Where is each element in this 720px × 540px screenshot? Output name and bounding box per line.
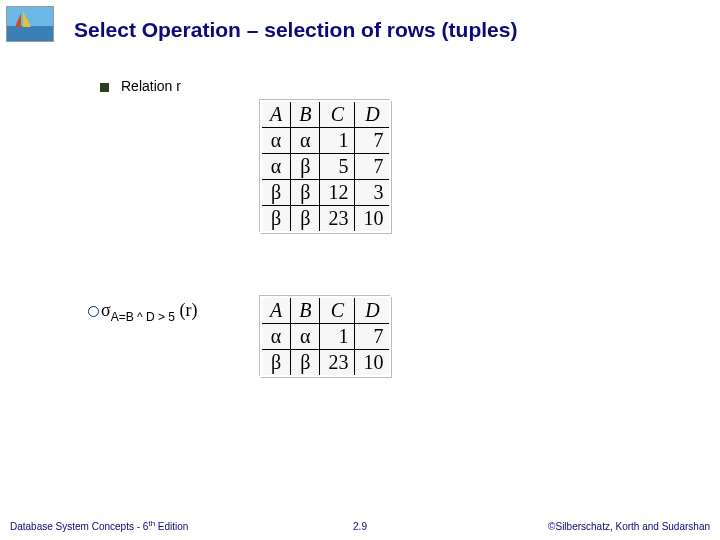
result-table: A B C D α α 1 7 β β 23 10 <box>262 298 389 375</box>
bullet-relation-r: Relation r <box>100 78 181 94</box>
bullet-label: Relation r <box>121 78 181 94</box>
selection-arg: (r) <box>180 300 198 320</box>
col-header: D <box>355 102 390 128</box>
table-row: α α 1 7 <box>262 324 389 350</box>
table-row: β β 23 10 <box>262 206 389 232</box>
footer-left: Database System Concepts - 6th Edition <box>10 519 188 532</box>
selection-predicate: A=B ^ D > 5 <box>111 310 175 324</box>
footer-copyright: ©Silberschatz, Korth and Sudarshan <box>548 521 710 532</box>
hollow-bullet-icon <box>88 306 99 317</box>
footer-page-number: 2.9 <box>353 521 367 532</box>
table-row: α α 1 7 <box>262 128 389 154</box>
col-header: C <box>320 298 355 324</box>
slide-title: Select Operation – selection of rows (tu… <box>74 18 517 42</box>
col-header: A <box>262 102 291 128</box>
table-row: β β 23 10 <box>262 350 389 376</box>
col-header: C <box>320 102 355 128</box>
selection-expression: σA=B ^ D > 5 (r) <box>88 300 198 324</box>
table-row: α β 5 7 <box>262 154 389 180</box>
col-header: D <box>355 298 390 324</box>
bullet-square-icon <box>100 83 109 92</box>
table-row: β β 12 3 <box>262 180 389 206</box>
result-table-wrap: A B C D α α 1 7 β β 23 10 <box>260 296 391 377</box>
book-logo <box>6 6 54 42</box>
relation-r-table: A B C D α α 1 7 α β 5 7 β β 12 3 β β 23 … <box>262 102 389 231</box>
col-header: B <box>291 298 320 324</box>
relation-r-table-wrap: A B C D α α 1 7 α β 5 7 β β 12 3 β β 23 … <box>260 100 391 233</box>
sigma-symbol: σ <box>101 300 111 320</box>
col-header: A <box>262 298 291 324</box>
col-header: B <box>291 102 320 128</box>
